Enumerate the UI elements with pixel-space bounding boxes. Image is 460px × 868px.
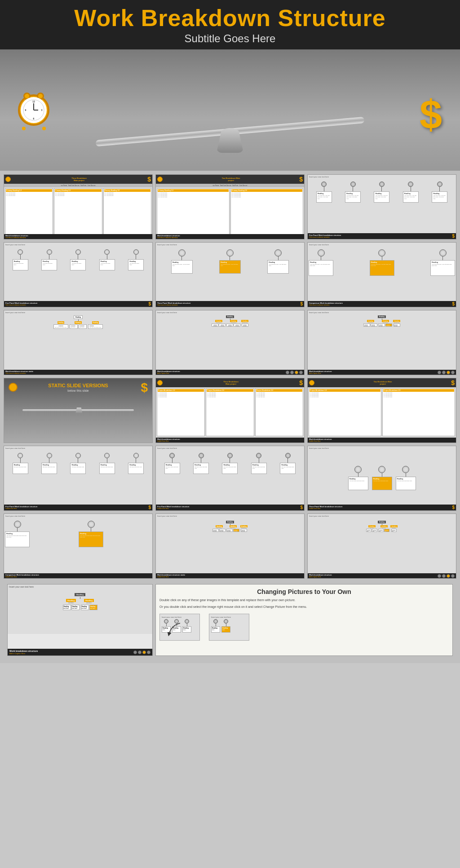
slide17-insert: Insert your own text here xyxy=(309,515,455,517)
slide8-footer-sub: Add a Caption Here xyxy=(157,372,180,374)
slide2-footer-sub: Click Mouse to Advance Animation xyxy=(157,237,303,239)
mini-dollar-12: $ xyxy=(148,505,151,510)
svg-text:3: 3 xyxy=(41,109,43,111)
hang-item-1: Heading Your Text here. Your text goes h… xyxy=(316,182,332,203)
hang-item-5-1: Heading Your text goes here. Your text g… xyxy=(171,249,193,274)
hang-item-15-2: Heading Your text goes here goes here go… xyxy=(31,521,151,547)
seesaw xyxy=(73,81,387,162)
hang-item-4-3: Heading Your text here goes here... xyxy=(70,249,86,270)
slide1-header: Three BreakdownMain project xyxy=(11,177,147,182)
slide1-footer-sub: Click Mouse to Advance Animation xyxy=(5,237,151,239)
slide4-insert: Insert your own text here xyxy=(5,244,151,246)
slide-thumb-15[interactable]: Insert your own text here Heading Your t… xyxy=(4,514,153,579)
hang-item-12-1: Heading text goes here goes here. xyxy=(13,453,28,474)
slide-thumb-4[interactable]: Insert your own text here Heading Your t… xyxy=(4,242,153,307)
slide12-footer-sub: Subtitle Goes Here xyxy=(5,508,38,509)
bottom-left-slide[interactable]: Insert your own text here Heading Headin… xyxy=(7,584,153,656)
hang-item-15-1: Heading Your text goes here goes here go… xyxy=(5,521,30,547)
hero-content: 12 3 6 9 $ xyxy=(0,49,460,171)
static-dollar-icon: $ xyxy=(141,381,148,395)
mini-clock-11 xyxy=(309,380,314,385)
slide16-footer-sub: Subtitle Goes Here xyxy=(157,576,303,578)
slide11-footer-sub: Subtitle Goes Here xyxy=(309,440,455,442)
slide-thumb-17[interactable]: Insert your own text here Heading Headin… xyxy=(307,514,456,579)
bottom-row: Insert your own text here Heading Headin… xyxy=(7,584,453,656)
slide1-meta: xxx Points Total Cost: $xx.xxx Sub Point… xyxy=(61,185,96,186)
avatar-group-9 xyxy=(438,371,455,374)
slide8-insert: Insert your own text here xyxy=(157,311,303,314)
clock-icon: 12 3 6 9 xyxy=(13,94,54,135)
slide-thumb-1[interactable]: Three BreakdownMain project $ xxx Points… xyxy=(4,174,153,239)
hang-item-4-1: Heading Your text here goes here... xyxy=(13,249,28,270)
slide5-insert: Insert your own text here xyxy=(157,244,303,246)
bottom-section: Insert your own text here Heading Headin… xyxy=(4,581,456,660)
hang-item-6-2: Heading Your text goes here. Your text g… xyxy=(334,249,429,276)
slides-grid: Three BreakdownMain project $ xxx Points… xyxy=(0,171,460,663)
gear-example-slide-2: Insert your own text here Headingtext... xyxy=(209,614,249,641)
slide-thumb-7[interactable]: Insert your own text here Heading Headin… xyxy=(4,310,153,375)
static-subtitle: below this slide xyxy=(9,389,148,392)
slide7-footer-sub: Click mouse to advance animation xyxy=(5,372,151,374)
slide-thumb-2[interactable]: Two Breakdown Mainproject $ xxx Points T… xyxy=(155,174,305,239)
svg-text:9: 9 xyxy=(25,109,27,111)
slide6-footer-sub: Click mouse to advance animation xyxy=(309,304,343,306)
slide-thumb-9[interactable]: Insert your own text here Heading Headin… xyxy=(307,310,456,375)
changing-desc2: Or you double click and select the image… xyxy=(159,605,449,610)
slides-row-2: Insert your own text here Heading Your t… xyxy=(4,242,456,307)
slide6-insert: Insert your own text here xyxy=(309,244,455,246)
slide-thumb-6[interactable]: Insert your own text here Heading Your t… xyxy=(307,242,456,307)
avatar-group-17 xyxy=(438,574,455,578)
avatar-group-bottom xyxy=(133,651,150,654)
gear-example-slide: Insert your own text here Headingtext... xyxy=(159,614,200,641)
hang-item-14-2: Heading Your text goes here goes here. xyxy=(372,466,392,490)
hang-item-5-3: Heading Your text goes here. Your text g… xyxy=(267,249,289,274)
hang-item-2: Heading Your Text here. Your text goes h… xyxy=(345,182,361,203)
slide-thumb-3[interactable]: Insert your own text here Heading Your T… xyxy=(307,174,456,239)
slide-thumb-12[interactable]: Insert your own text here Heading text g… xyxy=(4,446,153,511)
slide-thumb-13[interactable]: Insert your own text here Heading text h… xyxy=(155,446,305,511)
dollar-icon: $ xyxy=(420,94,442,135)
slide-thumb-16[interactable]: Insert your own text here Heading Headin… xyxy=(155,514,305,579)
hang-item-5: Heading Your Text here. Your text goes h… xyxy=(432,182,447,203)
slide5-footer-sub: Click mouse to advance animation xyxy=(157,304,190,306)
hang-item-13-5: Heading text here. goes here goes here. xyxy=(280,453,296,474)
mini-clock-2 xyxy=(157,177,163,182)
slide-thumb-14[interactable]: Insert your own text here Heading Your t… xyxy=(307,446,456,511)
slide15-insert: Insert your own text here xyxy=(5,515,151,517)
slide16-insert: Insert your own text here xyxy=(157,515,303,517)
bottom-left-footer-sub: Add a Caption Here xyxy=(9,652,38,655)
slide14-footer-sub: Subtitle Goes Here xyxy=(309,508,342,509)
slide4-footer-sub: Click mouse to advance animation xyxy=(5,304,38,306)
changing-pictures-title: Changing Pictures to Your Own xyxy=(159,588,449,595)
slide-thumb-11[interactable]: Two Breakdown Mainproject $ Project Brea… xyxy=(307,378,456,443)
changing-desc1: Double click on any of these gear images… xyxy=(159,598,449,603)
slide10-footer-sub: Subtitle Goes Here xyxy=(157,440,303,442)
slide-thumb-8[interactable]: Insert your own text here Heading Headin… xyxy=(155,310,305,375)
mini-dollar-4: $ xyxy=(148,301,151,306)
clock-face: 12 3 6 9 xyxy=(21,97,47,123)
mini-dollar-2: $ xyxy=(299,176,303,183)
slides-row-6: Insert your own text here Heading Your t… xyxy=(4,514,456,579)
slide11-header: Two Breakdown Mainproject xyxy=(314,381,451,385)
slide13-insert: Insert your own text here xyxy=(157,447,303,449)
hang-item-13-1: Heading text here. goes here goes here. xyxy=(164,453,180,474)
clock-body: 12 3 6 9 xyxy=(18,94,49,126)
slide7-insert: Insert your own text here xyxy=(5,311,151,314)
mini-clock-1 xyxy=(5,177,11,182)
hang-item-12-4: Heading text goes here goes here. xyxy=(99,453,115,474)
static-clock-icon xyxy=(9,383,18,392)
avatar-group-8 xyxy=(286,371,303,374)
mini-dollar-3: $ xyxy=(452,234,455,239)
hang-item-14-1: Heading Your text goes here goes here. xyxy=(348,466,368,490)
slide-thumb-5[interactable]: Insert your own text here Heading Your t… xyxy=(155,242,305,307)
mini-dollar-1: $ xyxy=(147,176,151,183)
slide14-insert: Insert your own text here xyxy=(309,447,455,449)
mini-dollar-10: $ xyxy=(299,379,303,386)
slides-row-static: STATIC SLIDE VERSIONS below this slide $… xyxy=(4,378,456,443)
hang-item-6-3: Heading Your text goes here. Your text g… xyxy=(430,249,455,276)
mini-dollar-14: $ xyxy=(452,505,455,510)
slide-thumb-10[interactable]: Three BreakdownMain project $ Project Br… xyxy=(155,378,305,443)
slides-row-1: Three BreakdownMain project $ xxx Points… xyxy=(4,174,456,239)
slide10-header: Three BreakdownMain project xyxy=(163,381,299,385)
mini-clock-10 xyxy=(157,380,163,385)
